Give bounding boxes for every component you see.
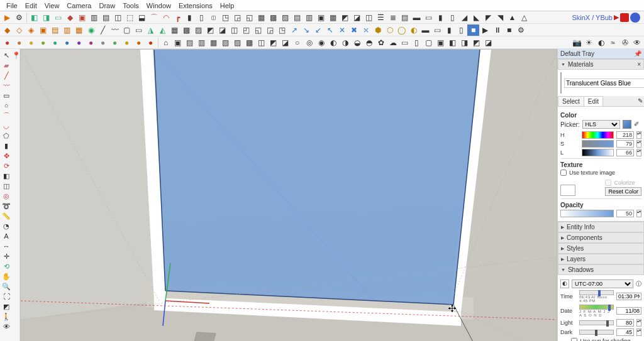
circle-icon[interactable]: ● bbox=[37, 37, 49, 48]
tool-icon[interactable]: ▤ bbox=[49, 24, 61, 36]
shape-icon[interactable]: ⬓ bbox=[136, 12, 148, 23]
view-icon[interactable]: ▦ bbox=[208, 37, 219, 48]
circle-icon[interactable]: ○ bbox=[2, 101, 11, 110]
zigzag-icon[interactable]: ✖ bbox=[348, 24, 360, 36]
play-icon[interactable]: ▶ bbox=[614, 13, 619, 21]
sandbox-icon[interactable]: ◐ bbox=[408, 24, 419, 36]
scale-icon[interactable]: ◫ bbox=[2, 181, 11, 190]
sat-spinner[interactable]: ▴▾ bbox=[636, 140, 641, 148]
panel-layers-header[interactable]: Layers bbox=[558, 254, 644, 264]
circle-icon[interactable]: ● bbox=[25, 37, 37, 48]
protractor-icon[interactable]: ◔ bbox=[2, 222, 11, 230]
time-value[interactable] bbox=[616, 293, 641, 300]
profile-icon[interactable]: ▲ bbox=[506, 12, 518, 23]
panel-entity-header[interactable]: Entity Info bbox=[558, 222, 644, 232]
menu-view[interactable]: View bbox=[41, 1, 64, 11]
layers-icon[interactable]: ▩ bbox=[267, 12, 279, 23]
view-icon[interactable]: ▤ bbox=[184, 37, 196, 48]
cube-icon[interactable]: ◲ bbox=[231, 12, 243, 23]
walk-icon[interactable]: ✇ bbox=[619, 37, 631, 48]
opacity-slider[interactable] bbox=[560, 210, 614, 217]
grid-icon[interactable]: ▦ bbox=[327, 12, 339, 23]
view-icon[interactable]: ▨ bbox=[231, 37, 243, 48]
sandbox-icon[interactable]: ⬢ bbox=[372, 24, 384, 36]
profile-icon[interactable]: ◥ bbox=[494, 12, 506, 23]
freehand-icon[interactable]: 〰 bbox=[2, 81, 11, 90]
arc-icon[interactable]: ◠ bbox=[160, 12, 172, 23]
light-slider[interactable] bbox=[579, 320, 614, 325]
profile-icon[interactable]: △ bbox=[518, 12, 530, 23]
cube-icon[interactable]: ◫ bbox=[363, 12, 375, 23]
light-value[interactable] bbox=[616, 319, 634, 327]
position-icon[interactable]: 📍 bbox=[12, 51, 21, 60]
eye-icon[interactable]: 👁 bbox=[631, 37, 643, 48]
gear-icon[interactable]: ⚙ bbox=[13, 12, 25, 23]
menu-camera[interactable]: Camera bbox=[63, 1, 95, 11]
cube-icon[interactable]: ◰ bbox=[240, 24, 252, 36]
viewport-3d[interactable] bbox=[20, 49, 557, 341]
opacity-value[interactable]: 50 bbox=[616, 210, 634, 217]
menu-file[interactable]: File bbox=[3, 1, 21, 11]
style-icon[interactable]: ◎ bbox=[303, 37, 315, 48]
shadow-icon[interactable]: ◐ bbox=[595, 37, 607, 48]
axis-icon[interactable]: ✛ bbox=[2, 252, 11, 261]
circle-icon[interactable]: ● bbox=[97, 37, 109, 48]
menu-edit[interactable]: Edit bbox=[21, 1, 41, 11]
date-slider[interactable] bbox=[579, 305, 614, 310]
style-icon[interactable]: ◐ bbox=[327, 37, 339, 48]
arc-icon[interactable]: ⌒ bbox=[148, 12, 160, 23]
tool-icon[interactable]: ▣ bbox=[37, 24, 49, 36]
arc-icon[interactable]: ◡ bbox=[2, 121, 11, 130]
layers-icon[interactable]: ▨ bbox=[279, 12, 291, 23]
shape-icon[interactable]: ▣ bbox=[76, 12, 88, 23]
box-icon[interactable]: ▭ bbox=[133, 24, 145, 36]
hue-value[interactable]: 218 bbox=[616, 131, 634, 139]
tape-icon[interactable]: 📏 bbox=[2, 212, 11, 220]
camera-icon[interactable]: 📷 bbox=[571, 37, 583, 48]
style-icon[interactable]: ○ bbox=[291, 37, 303, 48]
tool-icon[interactable]: ◆ bbox=[1, 24, 13, 36]
line-icon[interactable]: ╱ bbox=[97, 24, 109, 36]
circle-icon[interactable]: ● bbox=[109, 37, 121, 48]
fog-icon[interactable]: ≈ bbox=[607, 37, 619, 48]
hue-spinner[interactable]: ▴▾ bbox=[636, 131, 641, 139]
tool-icon[interactable]: ◇ bbox=[13, 24, 25, 36]
tool-icon[interactable]: ▥ bbox=[61, 24, 73, 36]
beam-icon[interactable]: ▭ bbox=[423, 12, 435, 23]
profile-icon[interactable]: ◢ bbox=[458, 12, 470, 23]
reset-color-button[interactable]: Reset Color bbox=[605, 187, 641, 196]
lum-spinner[interactable]: ▴▾ bbox=[636, 149, 641, 156]
sat-value[interactable]: 79 bbox=[616, 140, 634, 148]
cube-icon[interactable]: ◪ bbox=[351, 12, 363, 23]
stack-icon[interactable]: ☰ bbox=[375, 12, 387, 23]
follow-icon[interactable]: ➰ bbox=[2, 202, 11, 210]
panel-shadows-header[interactable]: Shadows bbox=[558, 264, 644, 275]
tab-edit[interactable]: Edit bbox=[584, 96, 603, 106]
beam-icon[interactable]: ▬ bbox=[411, 12, 423, 23]
menu-draw[interactable]: Draw bbox=[95, 1, 119, 11]
circle-icon[interactable]: ● bbox=[49, 37, 61, 48]
view-icon[interactable]: ▥ bbox=[196, 37, 208, 48]
opacity-spinner[interactable]: ▴▾ bbox=[636, 210, 641, 217]
view-icon[interactable]: ▧ bbox=[219, 37, 231, 48]
misc-icon[interactable]: ▣ bbox=[435, 37, 447, 48]
grid-icon[interactable]: ▥ bbox=[303, 12, 315, 23]
cube-icon[interactable]: ◩ bbox=[204, 24, 216, 36]
cube-icon[interactable]: ◪ bbox=[216, 24, 228, 36]
flat-icon[interactable]: ▭ bbox=[431, 24, 443, 36]
style-icon[interactable]: ◑ bbox=[339, 37, 351, 48]
date-value[interactable] bbox=[616, 307, 641, 315]
menu-window[interactable]: Window bbox=[143, 1, 175, 11]
curve-icon[interactable]: 〰 bbox=[109, 24, 121, 36]
box-icon[interactable]: ▢ bbox=[121, 24, 133, 36]
tab-select[interactable]: Select bbox=[558, 96, 584, 106]
play-icon[interactable]: ▶ bbox=[1, 12, 13, 23]
panel-materials-header[interactable]: Materials × bbox=[558, 59, 644, 70]
cube-icon[interactable]: ◱ bbox=[243, 12, 255, 23]
dark-spinner[interactable]: ▴▾ bbox=[636, 328, 641, 336]
menu-extensions[interactable]: Extensions bbox=[175, 1, 216, 11]
arrow-icon[interactable]: ↗ bbox=[288, 24, 300, 36]
stop-icon[interactable] bbox=[620, 13, 629, 22]
panel-styles-header[interactable]: Styles bbox=[558, 243, 644, 254]
pause-icon[interactable]: ⏸ bbox=[491, 24, 503, 36]
